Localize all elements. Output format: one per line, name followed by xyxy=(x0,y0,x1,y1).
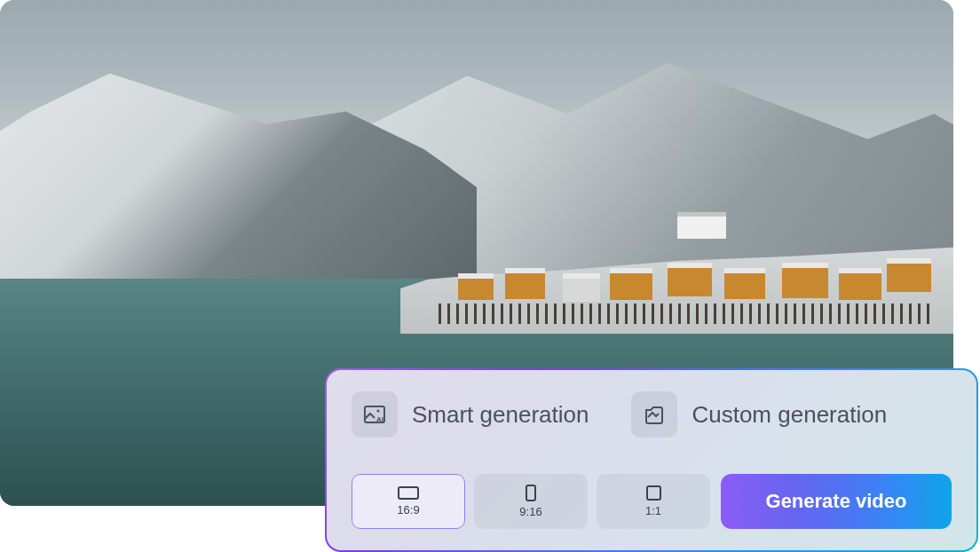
aspect-ratio-group: 16:9 9:16 1:1 xyxy=(352,474,710,529)
aspect-label: 1:1 xyxy=(645,504,661,517)
aspect-label: 16:9 xyxy=(397,503,419,517)
svg-point-1 xyxy=(377,410,380,413)
house xyxy=(668,263,712,296)
bottom-controls: 16:9 9:16 1:1 Generate video xyxy=(352,474,952,529)
house xyxy=(458,273,494,300)
smart-generation-icon: AI xyxy=(361,401,388,428)
house xyxy=(839,268,881,300)
aspect-ratio-16-9[interactable]: 16:9 xyxy=(352,474,465,529)
pier-stilts xyxy=(439,304,935,324)
control-panel-inner: AI Smart generation Custom generation xyxy=(327,370,976,550)
custom-generation-option[interactable]: Custom generation xyxy=(631,391,887,438)
svg-text:AI: AI xyxy=(376,415,383,423)
custom-generation-icon-box xyxy=(631,391,677,438)
control-panel: AI Smart generation Custom generation xyxy=(325,368,978,552)
aspect-ratio-9-16[interactable]: 9:16 xyxy=(474,474,588,529)
custom-generation-icon xyxy=(641,401,668,428)
house xyxy=(724,268,765,299)
house xyxy=(782,263,828,298)
generate-button-label: Generate video xyxy=(766,490,907,513)
aspect-shape-icon xyxy=(398,486,419,500)
smart-generation-icon-box: AI xyxy=(352,391,398,438)
aspect-shape-icon xyxy=(646,485,661,501)
house xyxy=(887,258,931,292)
aspect-label: 9:16 xyxy=(519,505,541,518)
house xyxy=(610,268,652,300)
smart-generation-label: Smart generation xyxy=(412,401,589,429)
generation-modes: AI Smart generation Custom generation xyxy=(352,391,952,438)
house xyxy=(505,268,545,299)
aspect-ratio-1-1[interactable]: 1:1 xyxy=(597,474,710,529)
generate-video-button[interactable]: Generate video xyxy=(721,474,952,529)
custom-generation-label: Custom generation xyxy=(692,401,887,429)
smart-generation-option[interactable]: AI Smart generation xyxy=(352,391,589,438)
house xyxy=(677,212,726,239)
aspect-shape-icon xyxy=(526,485,536,501)
house xyxy=(563,273,600,302)
